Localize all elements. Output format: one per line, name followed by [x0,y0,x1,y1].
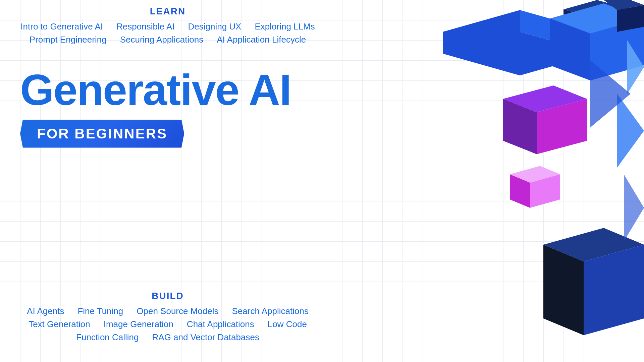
hero-title: Generative AI [20,67,291,113]
learn-row-2: Prompt Engineering Securing Applications… [10,35,325,45]
nav-responsible-ai[interactable]: Responsible AI [116,21,174,32]
learn-section: LEARN Intro to Generative AI Responsible… [0,0,335,48]
build-row-3: Function Calling RAG and Vector Database… [10,332,325,343]
nav-securing-applications[interactable]: Securing Applications [120,35,204,45]
shapes-svg [409,0,644,362]
nav-ai-agents[interactable]: AI Agents [27,306,64,316]
nav-exploring-llms[interactable]: Exploring LLMs [255,21,315,32]
nav-chat-applications[interactable]: Chat Applications [187,319,254,329]
build-row-2: Text Generation Image Generation Chat Ap… [10,319,325,329]
triangle-right-2 [617,94,644,168]
nav-prompt-engineering[interactable]: Prompt Engineering [30,35,107,45]
nav-text-generation[interactable]: Text Generation [29,319,90,329]
nav-ai-application-lifecycle[interactable]: AI Application Lifecycle [217,35,306,45]
nav-rag-vector[interactable]: RAG and Vector Databases [152,332,259,343]
learn-label: LEARN [10,6,325,17]
learn-row-1: Intro to Generative AI Responsible AI De… [10,21,325,32]
nav-intro-gen-ai[interactable]: Intro to Generative AI [20,21,103,32]
nav-open-source-models[interactable]: Open Source Models [137,306,218,316]
nav-fine-tuning[interactable]: Fine Tuning [77,306,123,316]
nav-search-applications[interactable]: Search Applications [232,306,309,316]
nav-function-calling[interactable]: Function Calling [76,332,139,343]
hero-area: Generative AI FOR BEGINNERS [20,67,291,148]
build-label: BUILD [10,291,325,301]
nav-image-generation[interactable]: Image Generation [104,319,173,329]
triangle-right-3 [624,174,644,241]
nav-designing-ux[interactable]: Designing UX [188,21,241,32]
main-content: LEARN Intro to Generative AI Responsible… [0,0,644,362]
decorative-shapes [409,0,644,362]
build-row-1: AI Agents Fine Tuning Open Source Models… [10,306,325,316]
for-beginners-badge: FOR BEGINNERS [20,120,184,148]
badge-container: FOR BEGINNERS [20,120,291,148]
build-section: BUILD AI Agents Fine Tuning Open Source … [0,291,335,345]
nav-low-code[interactable]: Low Code [268,319,307,329]
